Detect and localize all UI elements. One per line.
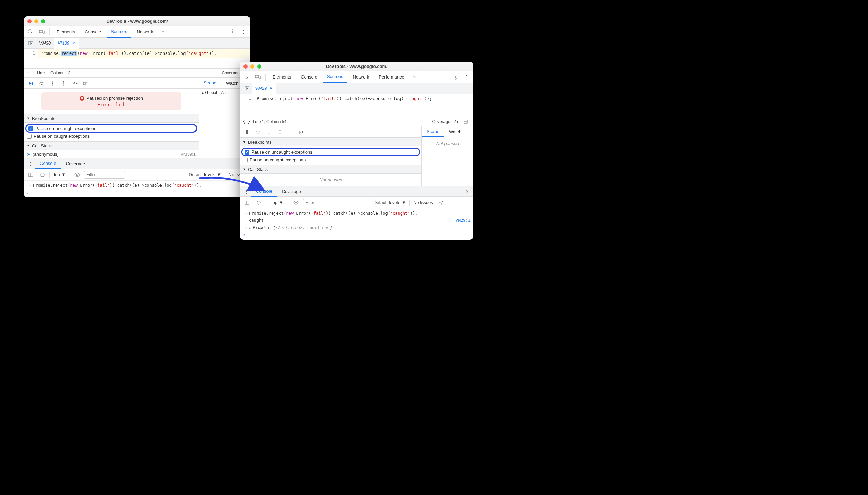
log-levels-selector[interactable]: Default levels ▼ <box>189 172 221 177</box>
drawer-tab-console[interactable]: Console <box>35 158 61 169</box>
close-icon[interactable] <box>27 19 32 23</box>
eye-icon[interactable] <box>72 170 82 180</box>
close-icon[interactable]: ✕ <box>71 40 75 46</box>
breakpoint-pause-caught[interactable]: Pause on caught exceptions <box>240 156 421 164</box>
console-body[interactable]: › Promise.reject(new Error('fail')).catc… <box>240 208 473 240</box>
inspect-icon[interactable] <box>242 72 252 82</box>
tab-sources[interactable]: Sources <box>107 26 131 38</box>
file-tab-vm29[interactable]: VM29✕ <box>252 83 276 94</box>
console-body[interactable]: › Promise.reject(new Error('fail')).catc… <box>24 181 250 197</box>
breakpoints-header[interactable]: ▼Breakpoints <box>24 114 199 123</box>
breakpoints-header[interactable]: ▼Breakpoints <box>240 137 421 146</box>
deactivate-breakpoints-icon[interactable] <box>297 127 307 137</box>
kebab-icon[interactable]: ⋮ <box>241 186 251 196</box>
tab-sources[interactable]: Sources <box>323 71 347 83</box>
tab-elements[interactable]: Elements <box>269 71 295 83</box>
tab-elements[interactable]: Elements <box>52 26 79 38</box>
breakpoint-pause-uncaught[interactable]: Pause on uncaught exceptions <box>241 148 420 156</box>
tab-network[interactable]: Network <box>133 26 157 38</box>
kebab-icon[interactable]: ⋮ <box>462 72 471 82</box>
braces-icon[interactable]: { } <box>243 119 250 124</box>
kebab-icon[interactable]: ⋮ <box>239 27 248 37</box>
step-out-icon[interactable] <box>59 79 69 88</box>
tab-console[interactable]: Console <box>81 26 105 38</box>
gear-icon[interactable] <box>437 198 446 207</box>
device-icon[interactable] <box>37 27 47 37</box>
step-icon[interactable] <box>70 79 80 88</box>
file-tab-vm30[interactable]: VM30 <box>36 38 54 49</box>
drawer-tabs: ⋮ Console Coverage ✕ <box>240 186 473 197</box>
callstack-header[interactable]: ▼Call Stack <box>24 141 199 150</box>
filter-input[interactable] <box>303 199 371 206</box>
filter-input[interactable] <box>84 171 125 179</box>
zoom-icon[interactable] <box>257 64 261 69</box>
minimize-icon[interactable] <box>34 19 38 23</box>
clear-console-icon[interactable] <box>254 198 263 207</box>
resume-icon[interactable] <box>26 79 36 88</box>
code-line[interactable]: Promise.reject(new Error('fail')).catch(… <box>254 94 473 103</box>
drawer-tab-console[interactable]: Console <box>251 186 277 197</box>
zoom-icon[interactable] <box>41 19 45 23</box>
drawer-tab-coverage[interactable]: Coverage <box>61 158 90 169</box>
braces-icon[interactable]: { } <box>27 71 34 75</box>
svg-point-16 <box>76 174 78 176</box>
checkbox-icon[interactable] <box>243 158 248 162</box>
kebab-icon[interactable]: ⋮ <box>25 159 35 168</box>
issues-count[interactable]: No Issues <box>413 200 433 205</box>
callstack-header[interactable]: ▼Call Stack <box>240 165 421 174</box>
clear-console-icon[interactable] <box>38 170 47 180</box>
tab-console[interactable]: Console <box>297 71 321 83</box>
sidebar-toggle-icon[interactable] <box>26 170 36 180</box>
close-icon[interactable]: ✕ <box>269 86 273 91</box>
device-icon[interactable] <box>253 72 263 82</box>
stack-frame-location[interactable]: VM39:1 <box>180 152 196 157</box>
sidebar-toggle-icon[interactable] <box>242 198 252 207</box>
navigator-toggle-icon[interactable] <box>26 38 36 48</box>
tab-scope[interactable]: Scope <box>199 78 221 88</box>
code-line[interactable]: Promise.reject(new Error('fail')).catch(… <box>38 49 250 58</box>
code-editor[interactable]: 1 Promise.reject(new Error('fail')).catc… <box>24 49 250 58</box>
titlebar[interactable]: DevTools - www.google.com/ <box>24 16 250 26</box>
tab-scope[interactable]: Scope <box>422 126 444 137</box>
console-prompt[interactable]: › <box>240 231 473 238</box>
navigator-toggle-icon[interactable] <box>242 84 252 93</box>
step-over-icon <box>253 127 263 137</box>
stack-frame[interactable]: ➤ (anonymous) VM39:1 <box>24 150 199 158</box>
code-editor[interactable]: 1 Promise.reject(new Error('fail')).catc… <box>240 94 473 103</box>
close-drawer-icon[interactable]: ✕ <box>462 186 472 196</box>
expand-icon[interactable] <box>461 117 471 126</box>
source-link[interactable]: VM29:1 <box>456 218 471 223</box>
log-levels-selector[interactable]: Default levels ▼ <box>373 200 406 205</box>
pause-icon[interactable] <box>242 127 252 137</box>
deactivate-breakpoints-icon[interactable] <box>81 79 91 88</box>
tab-performance[interactable]: Performance <box>374 71 408 83</box>
eye-icon[interactable] <box>291 198 301 207</box>
minimize-icon[interactable] <box>250 64 254 69</box>
checkbox-icon[interactable] <box>27 134 32 139</box>
console-prompt[interactable]: › <box>24 189 250 196</box>
breakpoint-pause-caught[interactable]: Pause on caught exceptions <box>24 133 199 140</box>
titlebar[interactable]: DevTools - www.google.com/ <box>240 62 473 71</box>
cursor-position: Line 1, Column 13 <box>37 71 70 75</box>
more-tabs-icon[interactable]: » <box>158 27 168 37</box>
tab-watch[interactable]: Watch <box>444 126 466 137</box>
step-into-icon[interactable] <box>48 79 58 88</box>
gear-icon[interactable] <box>451 72 460 82</box>
breakpoint-pause-uncaught[interactable]: Pause on uncaught exceptions <box>25 124 197 133</box>
step-over-icon[interactable] <box>37 79 47 88</box>
file-tab-vm39[interactable]: VM39✕ <box>54 38 79 49</box>
traffic-lights[interactable] <box>27 19 45 23</box>
checkbox-icon[interactable] <box>28 126 33 131</box>
checkbox-icon[interactable] <box>245 150 249 155</box>
drawer-tab-coverage[interactable]: Coverage <box>277 186 306 197</box>
close-icon[interactable] <box>243 64 248 69</box>
context-selector[interactable]: top ▼ <box>52 171 68 178</box>
gear-icon[interactable] <box>228 27 237 37</box>
step-into-icon <box>264 127 274 137</box>
inspect-icon[interactable] <box>26 27 36 37</box>
context-selector[interactable]: top ▼ <box>269 199 285 206</box>
more-tabs-icon[interactable]: » <box>410 72 419 82</box>
result-marker-icon: ‹ <box>243 225 249 230</box>
tab-network[interactable]: Network <box>349 71 373 83</box>
traffic-lights[interactable] <box>243 64 261 69</box>
